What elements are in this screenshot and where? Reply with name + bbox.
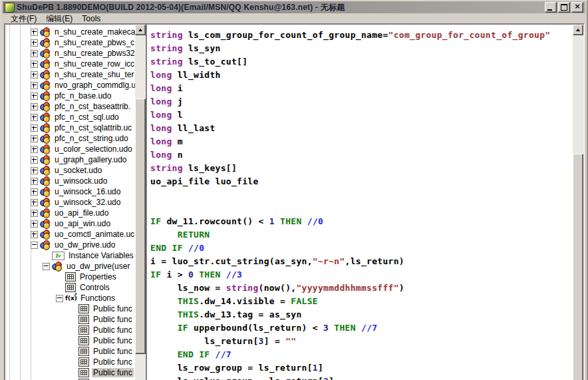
tree: n_shu_create_makecan_shu_create_pbws_cn_… <box>5 25 146 380</box>
tree-item[interactable]: u_winsock.udo <box>5 176 146 186</box>
window-title: ShuDePB 1.8890DEMO(BUILD 2012-05-04)(Ema… <box>17 2 545 13</box>
title-bar[interactable]: ShuDePB 1.8890DEMO(BUILD 2012-05-04)(Ema… <box>3 1 585 13</box>
object-icon <box>40 176 51 186</box>
tree-item[interactable]: n_shu_create_row_icc <box>5 59 146 69</box>
code-line: IF i > 0 THEN //3 <box>150 268 573 282</box>
code-line <box>150 188 573 202</box>
tree-item[interactable]: pfc_n_cst_sql.udo <box>5 112 146 122</box>
app-window: ShuDePB 1.8890DEMO(BUILD 2012-05-04)(Ema… <box>0 0 588 380</box>
expand-plus-icon[interactable] <box>31 93 38 100</box>
tree-item[interactable]: pfc_n_cst_sqlattrib.uc <box>5 122 146 133</box>
datawindow-icon <box>78 315 89 324</box>
tree-item[interactable]: n_shu_create_shu_ter <box>5 69 146 80</box>
expand-plus-icon[interactable] <box>31 71 38 79</box>
object-icon <box>40 240 51 250</box>
expand-plus-icon[interactable] <box>31 135 38 142</box>
collapse-minus-icon[interactable] <box>43 263 50 270</box>
tree-item[interactable]: n_shu_create_makeca <box>5 27 146 37</box>
minimize-icon <box>547 9 552 11</box>
tree-item-label: Public func <box>92 357 134 367</box>
tree-item[interactable]: Public func <box>5 346 146 357</box>
close-button[interactable]: × <box>571 2 583 13</box>
code-line: long n <box>150 148 573 162</box>
expand-plus-icon[interactable] <box>31 167 38 174</box>
tree-item-label: uo_api_file.udo <box>53 208 110 218</box>
expand-plus-icon[interactable] <box>31 178 38 185</box>
code-line: ls_now = string(now(),"yyyymmddhhmmssfff… <box>150 282 573 295</box>
expand-plus-icon[interactable] <box>31 156 38 164</box>
datawindow-icon <box>78 304 89 313</box>
object-icon <box>40 187 51 197</box>
tree-item-label: Controls <box>78 283 111 292</box>
tree-item-label: uo_dw_prive.udo <box>53 240 116 250</box>
tree-item[interactable]: Public func <box>5 367 146 378</box>
tree-item[interactable]: u_winsock_32.udo <box>5 197 146 208</box>
expand-plus-icon[interactable] <box>31 114 38 121</box>
expand-plus-icon[interactable] <box>31 50 38 57</box>
expand-plus-icon[interactable] <box>31 210 38 217</box>
tree-item[interactable]: pfc_n_base.udo <box>5 91 146 101</box>
tree-item[interactable]: Public func <box>5 357 146 367</box>
code-line: IF upperbound(ls_return) < 3 THEN //7 <box>150 321 573 335</box>
collapse-minus-icon[interactable] <box>56 295 63 302</box>
datawindow-icon <box>78 357 89 367</box>
tree-item-label: Public func <box>92 315 134 324</box>
expand-plus-icon[interactable] <box>31 220 38 228</box>
tree-item[interactable]: u_graph_gallery.udo <box>5 154 146 165</box>
tree-item[interactable]: n_shu_create_pbws32 <box>5 48 146 59</box>
minimize-button[interactable] <box>545 2 557 13</box>
code-lines[interactable]: string ls_com_group_for_count_of_group_n… <box>147 25 573 380</box>
tree-item[interactable]: u_color_selection.udo <box>5 144 146 154</box>
code-scrollbar[interactable] <box>573 25 583 380</box>
code-line: long l <box>150 108 573 122</box>
menu-edit[interactable]: 编辑(E) <box>41 14 77 23</box>
tree-item[interactable]: Public func <box>5 335 146 346</box>
scroll-up-icon[interactable] <box>573 25 583 35</box>
tree-item[interactable]: uo_dw_prive.udo <box>5 240 146 250</box>
tree-item[interactable]: IvInstance Variables <box>5 250 146 261</box>
tree-item[interactable]: uo_api_win.udo <box>5 218 146 229</box>
tree-item[interactable]: Public func <box>5 303 146 314</box>
tree-item-label: nvo_graph_commdlg.u <box>53 81 137 90</box>
expand-plus-icon[interactable] <box>31 29 38 36</box>
tree-scrollbar-thumb[interactable] <box>135 98 146 354</box>
tree-item[interactable]: u_winsock_16.udo <box>5 186 146 197</box>
collapse-minus-icon[interactable] <box>31 242 38 249</box>
tree-scrollbar[interactable] <box>135 25 146 380</box>
object-icon <box>40 155 51 165</box>
tree-item[interactable]: uo_comctl_animate.uc <box>5 229 146 240</box>
tree-item-label: Public func <box>92 325 134 335</box>
code-line: ls_return[3] = "" <box>150 335 573 348</box>
tree-item[interactable]: Public func <box>5 325 146 335</box>
tree-item[interactable]: pfc_n_cst_baseattrib. <box>5 101 146 112</box>
tree-item[interactable]: n_shu_create_pbws_c <box>5 37 146 48</box>
expand-plus-icon[interactable] <box>31 82 38 89</box>
expand-plus-icon[interactable] <box>31 103 38 110</box>
tree-item[interactable]: nvo_graph_commdlg.u <box>5 80 146 91</box>
tree-item[interactable]: uo_dw_prive(user <box>5 261 146 272</box>
expand-plus-icon[interactable] <box>31 231 38 238</box>
expand-plus-icon[interactable] <box>31 188 38 196</box>
expand-plus-icon[interactable] <box>31 61 38 68</box>
tree-item[interactable]: f(x)Functions <box>5 293 146 303</box>
code-scrollbar-thumb[interactable] <box>573 154 583 380</box>
tree-item[interactable]: pfc_n_cst_string.udo <box>5 133 146 144</box>
tree-item-label: Public func <box>92 304 134 313</box>
tree-item[interactable]: Properties <box>5 272 146 282</box>
object-icon <box>40 91 51 101</box>
tree-item-label: uo_api_win.udo <box>53 219 112 228</box>
expand-plus-icon[interactable] <box>31 124 38 132</box>
expand-plus-icon[interactable] <box>31 39 38 47</box>
expand-plus-icon[interactable] <box>31 199 38 206</box>
scroll-up-icon[interactable] <box>135 25 146 35</box>
menu-file[interactable]: 文件(F) <box>6 14 41 23</box>
object-icon <box>40 81 51 91</box>
tree-item-label: uo_comctl_animate.uc <box>53 230 136 239</box>
menu-tools[interactable]: Tools <box>77 14 105 23</box>
code-line: long ll_last <box>150 122 573 135</box>
tree-item[interactable]: uo_api_file.udo <box>5 208 146 218</box>
maximize-button[interactable] <box>558 2 570 13</box>
tree-item[interactable]: u_socket.udo <box>5 165 146 176</box>
expand-plus-icon[interactable] <box>31 146 38 153</box>
tree-item[interactable]: Public func <box>5 314 146 325</box>
